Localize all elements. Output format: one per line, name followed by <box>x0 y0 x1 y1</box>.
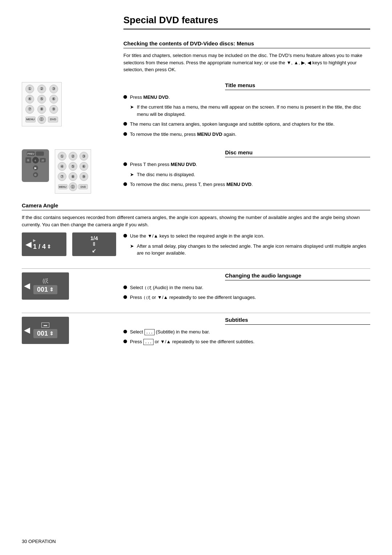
subtitles-item-1: Select ... (Subtitle) in the menu bar. <box>123 328 370 336</box>
audio-bullet-1 <box>123 285 127 289</box>
audio-arrows-icon: ⇕ <box>49 287 54 292</box>
subtitle-select-icon: ... <box>144 329 155 335</box>
subtitles-section: ◀ ▬ 001 ⇕ Subtitles Select ... (Subt <box>22 313 370 348</box>
key-menu: MENU <box>25 117 36 122</box>
bullet-icon-2 <box>123 122 127 126</box>
page-title: Special DVD features <box>123 15 370 29</box>
bullet-icon-3 <box>123 132 127 136</box>
key-dvd: DVD <box>48 117 58 122</box>
title-menus-list: Press Press MENU DVD.MENU DVD. ➤ If the … <box>123 94 370 138</box>
key-8: ⑧ <box>37 105 46 114</box>
subtitles-header: Subtitles <box>225 317 370 325</box>
subtitle-left-arrow-icon: ◀ <box>24 325 30 335</box>
subtitle-icon: ▬ <box>41 323 49 328</box>
audio-bullet-2 <box>123 295 127 299</box>
audio-icon: ((ξ <box>33 278 57 284</box>
audio-left-arrow-icon: ◀ <box>24 281 30 291</box>
camera-icon: ↙ <box>92 248 96 254</box>
disc-bullet-1 <box>123 162 127 166</box>
disc-menu-content: Disc menu Press T then press MENU DVD. ➤… <box>123 149 370 194</box>
title-menus-image: ① ② ③ ④ ⑤ ⑥ ⑦ ⑧ ⑨ MENU ⓪ DVD <box>22 82 116 141</box>
title-menus-item-3: To remove the title menu, press MENU DVD… <box>123 131 370 138</box>
audio-item-2: Press ((ξ or ▼/▲ repeatedly to see the d… <box>123 294 370 301</box>
key-9b: ⑨ <box>79 172 88 181</box>
disc-arrow-1: ➤ <box>130 171 134 178</box>
audio-display: ◀ ((ξ 001 ⇕ <box>22 272 69 300</box>
subtitles-image: ◀ ▬ 001 ⇕ <box>22 317 116 348</box>
key-5: ⑤ <box>37 95 46 104</box>
angle-arrow-2: ⇕ <box>92 241 96 247</box>
audio-language-list: Select ((ξ (Audio) in the menu bar. Pres… <box>123 284 370 301</box>
checking-section: Checking the contents of DVD-Video discs… <box>22 40 370 73</box>
disc-menu-list: Press T then press MENU DVD. ➤ The disc … <box>123 161 370 188</box>
subtitle-press-icon: ... <box>143 339 154 345</box>
camera-bullet-1 <box>123 234 127 238</box>
subtitle-content: ▬ 001 ⇕ <box>33 323 57 338</box>
key-9: ⑨ <box>49 105 58 114</box>
play-icon: ▶ <box>33 238 51 242</box>
audio-item-1: Select ((ξ (Audio) in the menu bar. <box>123 284 370 291</box>
key-menu-b: MENU <box>58 184 68 189</box>
key-7b: ⑦ <box>58 172 66 181</box>
key-0: ⓪ <box>37 115 46 124</box>
key-2: ② <box>37 85 46 93</box>
subtitles-list: Select ... (Subtitle) in the menu bar. P… <box>123 328 370 345</box>
page-footer: 30 OPERATION <box>22 539 56 544</box>
key-4: ④ <box>25 95 34 104</box>
audio-language-image: ◀ ((ξ 001 ⇕ <box>22 272 116 304</box>
camera-angle-section: Camera Angle If the disc contains sequen… <box>22 202 370 260</box>
checking-header: Checking the contents of DVD-Video discs… <box>123 40 370 48</box>
key-3b: ③ <box>79 152 88 161</box>
left-arrow-icon: ◀ <box>25 240 32 249</box>
camera-angle-intro: If the disc contains sequences recorded … <box>22 214 370 228</box>
title-menus-item-1-arrow: ➤ If the current title has a menu, the m… <box>123 104 370 118</box>
key-3: ③ <box>49 85 58 93</box>
disc-menu-item-1: Press T then press MENU DVD. <box>123 161 370 168</box>
checking-intro: For titles and chapters, selection menus… <box>123 52 370 73</box>
angle-fraction-2: 1/4 <box>90 235 98 241</box>
camera-angle-content: Use the ▼/▲ keys to select the required … <box>123 232 370 260</box>
disc-menu-images: PREV ① c JJ ▶ ⊙ <box>22 149 116 194</box>
subtitles-item-2: Press ... or ▼/▲ repeatedly to see the d… <box>123 338 370 345</box>
audio-language-header: Changing the audio language <box>225 272 370 280</box>
camera-arrow-1: ➤ <box>130 243 134 250</box>
camera-angle-list: Use the ▼/▲ keys to select the required … <box>123 232 370 257</box>
audio-language-section: ◀ ((ξ 001 ⇕ Changing the audio language <box>22 268 370 304</box>
bullet-icon-1 <box>123 95 127 99</box>
disc-menu-header: Disc menu <box>225 149 370 157</box>
subtitles-bullet-2 <box>123 340 127 343</box>
audio-press-icon: ((ξ <box>143 295 151 300</box>
key-7: ⑦ <box>25 105 34 114</box>
angle-fraction-display: 1 / 4 ⇕ <box>33 243 51 251</box>
key-4b: ④ <box>58 162 66 171</box>
disc-menu-section: PREV ① c JJ ▶ ⊙ <box>22 149 370 194</box>
camera-angle-item-1-arrow: ➤ After a small delay, play changes to t… <box>123 243 370 257</box>
key-2b: ② <box>69 152 77 161</box>
title-menus-item-1: Press Press MENU DVD.MENU DVD. <box>123 94 370 101</box>
key-5b: ⑤ <box>69 162 77 171</box>
key-6b: ⑥ <box>79 162 88 171</box>
disc-menu-item-1-arrow: ➤ The disc menu is displayed. <box>123 171 370 178</box>
key-0b: ⓪ <box>69 182 77 191</box>
title-menus-item-2: The menu can list camera angles, spoken … <box>123 121 370 128</box>
audio-language-content: Changing the audio language Select ((ξ (… <box>123 272 370 304</box>
title-menus-section: ① ② ③ ④ ⑤ ⑥ ⑦ ⑧ ⑨ MENU ⓪ DVD <box>22 82 370 141</box>
camera-angle-header: Camera Angle <box>22 202 370 210</box>
key-8b: ⑧ <box>69 172 77 181</box>
audio-select-icon: ((ξ <box>144 285 152 290</box>
key-6: ⑥ <box>49 95 58 104</box>
audio-content: ((ξ 001 ⇕ <box>33 278 57 294</box>
camera-angle-item-1: Use the ▼/▲ keys to select the required … <box>123 232 370 240</box>
key-1: ① <box>25 85 34 93</box>
disc-bullet-2 <box>123 182 127 186</box>
angle-display-2: 1/4 ⇕ ↙ <box>72 232 116 256</box>
camera-angle-images: ◀ ▶ 1 / 4 ⇕ 1/4 ⇕ ↙ <box>22 232 116 260</box>
title-menus-header: Title menus <box>225 82 370 90</box>
subtitle-display: ◀ ▬ 001 ⇕ <box>22 317 69 344</box>
disc-menu-item-2: To remove the disc menu, press T, then p… <box>123 181 370 188</box>
subtitles-content: Subtitles Select ... (Subtitle) in the m… <box>123 317 370 348</box>
subtitle-arrows-icon: ⇕ <box>49 331 54 336</box>
subtitles-bullet-1 <box>123 330 127 333</box>
key-1b: ① <box>58 152 66 161</box>
key-dvd-b: DVD <box>78 184 88 189</box>
